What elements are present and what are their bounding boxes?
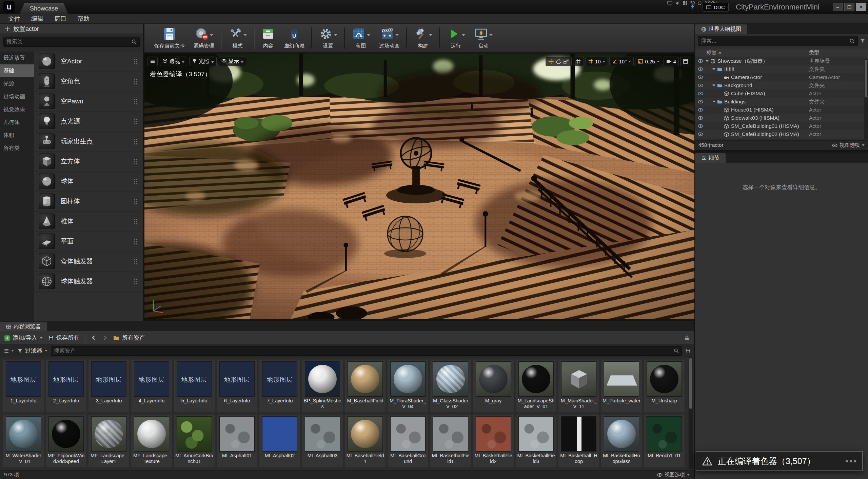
place-category-0[interactable]: 最近放置 [0, 52, 34, 64]
drag-grip-icon[interactable] [133, 138, 138, 145]
rotation-snap-button[interactable]: 10° [609, 57, 634, 66]
drag-grip-icon[interactable] [133, 278, 138, 285]
place-category-6[interactable]: 体积 [0, 129, 34, 142]
visibility-eye-icon[interactable] [696, 115, 705, 121]
place-item-spheretrigger[interactable]: 球体触发器 [34, 272, 143, 292]
asset-tile[interactable]: 地形图层4_LayerInfo [131, 360, 172, 412]
place-category-2[interactable]: 光源 [0, 77, 34, 90]
drag-grip-icon[interactable] [133, 238, 138, 245]
place-item-playerstart[interactable]: 玩家出生点 [34, 132, 143, 152]
outliner-row[interactable]: Sidewalk03 (HISMA)Actor [695, 114, 868, 122]
drag-grip-icon[interactable] [133, 158, 138, 165]
asset-tile[interactable]: M_MainShader_V_11 [558, 360, 599, 412]
toolbar-modes-button[interactable]: 模式 [224, 26, 251, 50]
refresh-icon[interactable] [697, 1, 702, 5]
minimize-button[interactable]: – [833, 3, 843, 11]
content-browser-scrollbar[interactable] [689, 357, 693, 469]
toolbar-source-button[interactable]: 源码管理 [189, 26, 218, 50]
viewport-mode-bulb-button[interactable]: 光照 [189, 57, 217, 66]
dropdown-caret-icon[interactable] [367, 31, 370, 38]
outliner-row[interactable]: Buildings文件夹 [695, 98, 868, 106]
asset-search[interactable] [51, 346, 682, 356]
rotate-tool-icon[interactable] [556, 59, 561, 64]
asset-tile[interactable]: MF_Landscape_Texture [131, 415, 172, 467]
visibility-eye-icon[interactable] [696, 66, 705, 72]
place-item-sphere[interactable]: 空Actor [34, 52, 143, 72]
drag-grip-icon[interactable] [133, 258, 138, 265]
dropdown-caret-icon[interactable] [334, 31, 337, 38]
asset-tile[interactable]: M_Particle_water [601, 360, 642, 412]
outliner-filter-icon[interactable] [860, 38, 865, 44]
place-item-character[interactable]: 空角色 [34, 72, 143, 92]
dropdown-caret-icon[interactable] [429, 31, 432, 38]
outliner-search[interactable] [698, 36, 858, 46]
asset-tile[interactable]: MF_FlipbookWindAddSpeed [46, 415, 86, 467]
asset-tile[interactable]: M_BaseballField [345, 360, 386, 412]
outliner-row[interactable]: SM_CafeBuilding01 (HISMA)Actor [695, 122, 868, 130]
place-category-1[interactable]: 基础 [0, 64, 34, 77]
asset-tile[interactable]: 地形图层2_LayerInfo [46, 360, 86, 412]
drag-grip-icon[interactable] [133, 58, 138, 65]
dropdown-caret-icon[interactable] [395, 31, 399, 38]
asset-tile[interactable]: M_LandscapeShader_V_01 [516, 360, 556, 412]
asset-tile[interactable]: MF_Landscape_Layer1 [88, 415, 129, 467]
drag-grip-icon[interactable] [133, 118, 138, 125]
visibility-eye-icon[interactable] [696, 123, 705, 129]
asset-tile[interactable]: 地形图层5_LayerInfo [174, 360, 215, 412]
asset-tile[interactable]: MI_Bench1_01 [644, 415, 685, 467]
asset-tile[interactable]: MI_AmurCorkBranch01 [174, 415, 215, 467]
toolbar-blueprints-button[interactable]: 蓝图 [347, 26, 375, 50]
speaker-icon[interactable] [675, 1, 680, 6]
asset-tile[interactable]: MI_Basketball_Hoop [558, 415, 599, 467]
place-item-pointlight[interactable]: 点光源 [34, 112, 143, 132]
expander-icon[interactable] [711, 101, 716, 103]
column-header-label[interactable]: 标签 [707, 49, 722, 56]
asset-tile[interactable]: MI_Asphalt03 [302, 415, 343, 467]
maximize-viewport-button[interactable] [680, 57, 691, 66]
close-button[interactable]: ✕ [856, 3, 866, 11]
visibility-eye-icon[interactable] [696, 99, 705, 104]
asset-tile[interactable]: M_Unsharp [644, 360, 685, 412]
dropdown-caret-icon[interactable] [243, 31, 247, 38]
asset-tile[interactable]: 地形图层7_LayerInfo [259, 360, 300, 412]
place-item-boxtrigger[interactable]: 盒体触发器 [34, 252, 143, 272]
asset-tile[interactable]: M_gray [473, 360, 514, 412]
tab-details[interactable]: 细节 [695, 153, 726, 163]
outliner-view-options-button[interactable]: 视图选项 [832, 142, 865, 148]
viewport-options-button[interactable] [147, 57, 158, 66]
asset-tile[interactable]: 地形图层1_LayerInfo [3, 360, 44, 412]
asset-tile[interactable]: MI_BasketballField2 [473, 415, 514, 467]
asset-tile[interactable]: 地形图层3_LayerInfo [88, 360, 129, 412]
visibility-eye-icon[interactable] [696, 58, 705, 64]
tab-world-outliner[interactable]: 世界大纲视图 [695, 24, 747, 34]
transform-tools[interactable] [546, 57, 572, 66]
place-category-7[interactable]: 所有类 [0, 142, 34, 155]
dropdown-caret-icon[interactable] [489, 31, 493, 38]
tab-content-browser[interactable]: 内容浏览器 [0, 322, 47, 331]
toolbar-build-button[interactable]: 构建 [409, 26, 437, 50]
place-category-4[interactable]: 视觉效果 [0, 103, 34, 116]
outliner-row[interactable]: Background文件夹 [695, 81, 868, 89]
asset-tile[interactable]: M_FloraShader_V_04 [388, 360, 428, 412]
place-item-plane[interactable]: 平面 [34, 232, 143, 252]
cb-view-options-button[interactable]: 视图选项 [657, 472, 690, 478]
viewport-mode-persp-button[interactable]: 透视 [160, 57, 187, 66]
outliner-row[interactable]: SM_CafeBuilding03 (HISMA)Actor [695, 138, 868, 140]
monitor-icon[interactable] [667, 1, 672, 6]
visibility-eye-icon[interactable] [696, 91, 705, 96]
restore-button[interactable]: ❐ [844, 3, 854, 11]
save-search-icon[interactable] [685, 348, 690, 353]
place-search[interactable] [3, 37, 140, 47]
asset-tile[interactable]: M_WaterShader_V_01 [3, 415, 44, 467]
toolbar-marketplace-button[interactable]: 虚幻商城 [280, 26, 309, 50]
column-header-type[interactable]: 类型 [809, 49, 819, 56]
drag-grip-icon[interactable] [133, 218, 138, 225]
asset-tile[interactable]: MI_Asphalt02 [259, 415, 300, 467]
outliner-row[interactable]: CameraActorCameraActor [695, 73, 868, 81]
grid-icon[interactable] [683, 1, 688, 5]
level-viewport[interactable]: 透视光照显示 着色器编译（3,507） 10 10° [144, 54, 694, 319]
expander-icon[interactable] [711, 68, 716, 70]
camera-speed-button[interactable]: 4 [664, 57, 679, 66]
asset-tile[interactable]: MI_BasketballHoopGlass [601, 415, 642, 467]
back-button[interactable] [91, 335, 97, 341]
